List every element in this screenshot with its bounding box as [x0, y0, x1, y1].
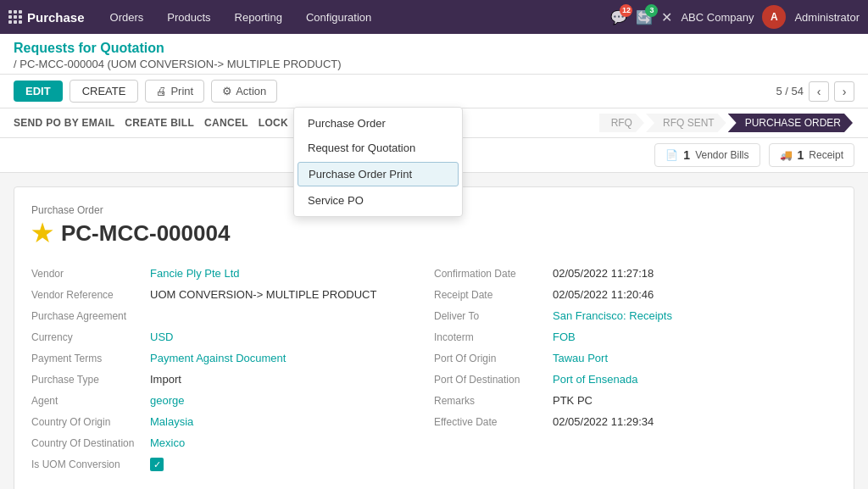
incoterm-label: Incoterm: [434, 331, 553, 343]
field-deliver-to: Deliver To San Francisco: Receipts: [434, 305, 837, 326]
confirmation-date-value: 02/05/2022 11:27:18: [553, 267, 654, 280]
close-icon[interactable]: ✕: [661, 9, 672, 25]
vendor-bills-button[interactable]: 📄 1 Vendor Bills: [654, 143, 760, 167]
field-purchase-agreement: Purchase Agreement: [31, 305, 434, 326]
create-bill-button[interactable]: CREATE BILL: [125, 115, 194, 131]
port-origin-value[interactable]: Tawau Port: [553, 352, 608, 364]
country-origin-value[interactable]: Malaysia: [150, 415, 193, 428]
country-destination-label: Country Of Destination: [31, 436, 150, 449]
field-incoterm: Incoterm FOB: [434, 326, 837, 347]
nav-right-area: 💬 12 🔄 3 ✕ ABC Company A Administrator: [610, 5, 860, 29]
fields-right: Confirmation Date 02/05/2022 11:27:18 Re…: [434, 263, 837, 475]
purchase-agreement-label: Purchase Agreement: [31, 309, 150, 322]
dropdown-purchase-order[interactable]: Purchase Order: [294, 111, 462, 136]
port-origin-label: Port Of Origin: [434, 352, 553, 364]
fields-grid: Vendor Fancie Ply Pte Ltd Vendor Referen…: [31, 263, 837, 475]
edit-button[interactable]: EDIT: [14, 81, 63, 102]
breadcrumb-parent[interactable]: Requests for Quotation: [14, 41, 854, 56]
remarks-value: PTK PC: [553, 394, 593, 407]
pagination: 5 / 54 ‹ ›: [776, 81, 854, 102]
nav-orders[interactable]: Orders: [100, 6, 154, 29]
vendor-bills-count: 1: [683, 148, 690, 162]
action-label: Action: [236, 85, 266, 97]
field-port-origin: Port Of Origin Tawau Port: [434, 347, 837, 369]
star-icon[interactable]: ★: [31, 219, 53, 247]
field-country-origin: Country Of Origin Malaysia: [31, 411, 434, 432]
nav-reporting[interactable]: Reporting: [225, 6, 292, 29]
field-country-destination: Country Of Destination Mexico: [31, 432, 434, 453]
vendor-value[interactable]: Fancie Ply Pte Ltd: [150, 267, 240, 280]
company-name[interactable]: ABC Company: [681, 11, 754, 24]
dropdown-rfq[interactable]: Request for Quotation: [294, 136, 462, 160]
payment-terms-value[interactable]: Payment Against Document: [150, 352, 286, 364]
app-name: Purchase: [27, 10, 85, 25]
top-navigation: Purchase Orders Products Reporting Confi…: [0, 0, 868, 34]
field-port-destination: Port Of Destination Port of Ensenada: [434, 369, 837, 390]
payment-terms-label: Payment Terms: [31, 352, 150, 364]
receipt-date-label: Receipt Date: [434, 288, 553, 301]
field-vendor: Vendor Fancie Ply Pte Ltd: [31, 263, 434, 284]
order-number: PC-MCC-000004: [61, 220, 230, 247]
effective-date-label: Effective Date: [434, 415, 553, 428]
print-icon: 🖨: [156, 85, 167, 97]
dropdown-purchase-order-print[interactable]: Purchase Order Print: [298, 162, 459, 186]
deliver-to-value[interactable]: San Francisco: Receipts: [553, 309, 672, 322]
status-trail: RFQ RFQ SENT PURCHASE ORDER: [599, 114, 854, 132]
lock-button[interactable]: LOCK: [259, 115, 288, 131]
messages-icon[interactable]: 💬 12: [610, 9, 627, 25]
avatar[interactable]: A: [762, 5, 786, 29]
currency-label: Currency: [31, 331, 150, 343]
field-remarks: Remarks PTK PC: [434, 390, 837, 411]
tasks-badge: 3: [645, 4, 658, 17]
messages-badge: 12: [620, 4, 632, 17]
status-rfq[interactable]: RFQ: [599, 114, 644, 132]
port-destination-value[interactable]: Port of Ensenada: [553, 373, 637, 386]
send-po-email-button[interactable]: SEND PO BY EMAIL: [14, 115, 114, 131]
status-rfq-sent[interactable]: RFQ SENT: [646, 114, 726, 132]
agent-value[interactable]: george: [150, 394, 184, 407]
action-button[interactable]: ⚙ Action: [211, 80, 277, 103]
remarks-label: Remarks: [434, 394, 553, 407]
doc-title: ★ PC-MCC-000004: [31, 219, 837, 247]
agent-label: Agent: [31, 394, 150, 407]
admin-name: Administrator: [794, 11, 860, 24]
pagination-next[interactable]: ›: [834, 81, 854, 102]
vendor-ref-value: UOM CONVERSION-> MULTIPLE PRODUCT: [150, 288, 376, 301]
action-bar: EDIT CREATE 🖨 Print ⚙ Action Purchase Or…: [0, 75, 868, 108]
field-purchase-type: Purchase Type Import: [31, 369, 434, 390]
cancel-button[interactable]: CANCEL: [204, 115, 248, 131]
dropdown-service-po[interactable]: Service PO: [294, 188, 462, 213]
breadcrumb-current: / PC-MCC-000004 (UOM CONVERSION-> MULTIP…: [14, 58, 854, 70]
currency-value[interactable]: USD: [150, 331, 173, 343]
effective-date-value: 02/05/2022 11:29:34: [553, 415, 654, 428]
receipt-icon: 🚚: [780, 149, 793, 161]
purchase-type-label: Purchase Type: [31, 373, 150, 386]
pagination-prev[interactable]: ‹: [809, 81, 829, 102]
incoterm-value[interactable]: FOB: [553, 331, 576, 343]
field-currency: Currency USD: [31, 326, 434, 347]
status-purchase-order[interactable]: PURCHASE ORDER: [728, 114, 853, 132]
tasks-icon[interactable]: 🔄 3: [636, 9, 653, 25]
field-confirmation-date: Confirmation Date 02/05/2022 11:27:18: [434, 263, 837, 284]
gear-icon: ⚙: [222, 85, 232, 97]
country-destination-value[interactable]: Mexico: [150, 436, 185, 449]
field-vendor-ref: Vendor Reference UOM CONVERSION-> MULTIP…: [31, 284, 434, 305]
vendor-label: Vendor: [31, 267, 150, 280]
document-card: Purchase Order ★ PC-MCC-000004 Vendor Fa…: [14, 186, 854, 489]
receipt-date-value: 02/05/2022 11:20:46: [553, 288, 654, 301]
app-logo[interactable]: Purchase: [8, 10, 85, 25]
create-button[interactable]: CREATE: [70, 80, 139, 103]
nav-products[interactable]: Products: [157, 6, 220, 29]
field-agent: Agent george: [31, 390, 434, 411]
deliver-to-label: Deliver To: [434, 309, 553, 322]
receipt-button[interactable]: 🚚 1 Receipt: [769, 143, 854, 167]
vendor-ref-label: Vendor Reference: [31, 288, 150, 301]
receipt-label: Receipt: [809, 149, 843, 161]
vendor-bills-icon: 📄: [665, 149, 678, 161]
receipt-count: 1: [798, 148, 804, 162]
uom-conversion-checkbox[interactable]: ✓: [150, 458, 164, 471]
grid-icon: [8, 10, 22, 24]
print-button[interactable]: 🖨 Print: [145, 80, 204, 103]
nav-menu: Orders Products Reporting Configuration: [100, 6, 604, 29]
nav-configuration[interactable]: Configuration: [296, 6, 381, 29]
